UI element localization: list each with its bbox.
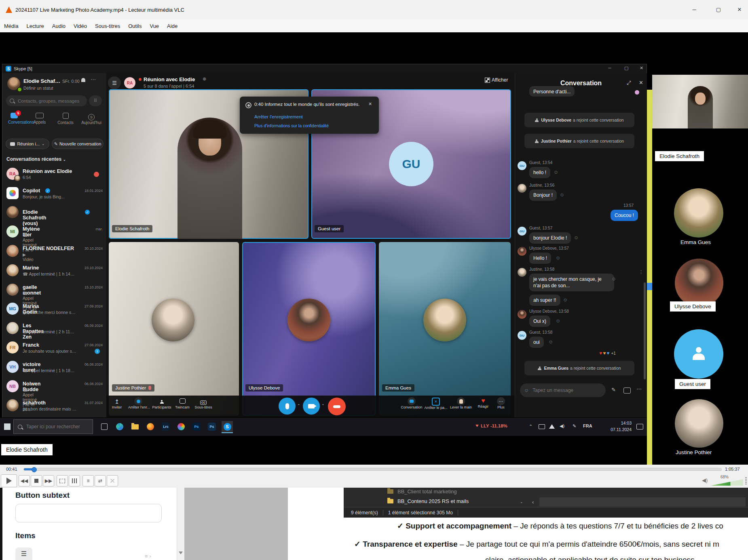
menu-vue[interactable]: Vue [146, 21, 163, 31]
new-conversation-button[interactable]: ✎ Nouvelle conversation [52, 139, 104, 149]
invite-button[interactable]: ↥Inviter [110, 398, 124, 409]
participant-thumb-guest[interactable] [674, 329, 723, 379]
reactions-summary[interactable]: ♥ ♥ ♥ +1 [599, 350, 616, 356]
pen-tray-icon[interactable]: ✎ [573, 423, 576, 429]
participant-thumb-ulysse[interactable] [675, 259, 723, 307]
notifications-icon[interactable] [636, 424, 643, 429]
skype-minimize-button[interactable]: ─ [608, 65, 611, 70]
conversation-row[interactable]: FR Franck Je souhaite vous ajouter sur..… [6, 341, 19, 354]
video-tile-ulysse[interactable]: Ulysse Debove [242, 242, 376, 416]
profile-balance[interactable]: SFr. 0.00 [62, 79, 80, 84]
scroll-down-icon[interactable] [179, 552, 183, 554]
conversation-row[interactable]: Copilot ✓ Bonjour, je suis Bing... 18.01… [6, 187, 19, 199]
conversation-row[interactable]: FLORINE NODELFER ▶ Vidéo 30.10.2024 [6, 245, 19, 257]
participant-thumb-justine[interactable] [675, 399, 723, 448]
play-button[interactable] [1, 474, 17, 487]
conversation-row[interactable]: MG Marina Godin Ça marche merci bonne so… [6, 303, 19, 315]
scrollbar[interactable] [177, 488, 184, 560]
stop-button[interactable] [31, 475, 42, 486]
chat-bubble[interactable]: bonjour Elodie ! [529, 232, 571, 244]
conversation-row[interactable]: RA Réunion avec Elodie 6:54 [6, 168, 19, 180]
camera-options-chevron[interactable]: ⌃ [321, 404, 325, 408]
raise-hand-button[interactable]: Lever la main [448, 397, 473, 409]
conversation-row[interactable]: MI Mylène Iller ☎ Appel terminé | 32 s m… [6, 225, 19, 238]
conversation-row[interactable]: VH victoire huret ☎ Appel terminé | 1 h … [6, 361, 19, 373]
stage-menu-button[interactable]: ☰ [108, 76, 121, 89]
add-people-icon[interactable]: ⊕ [203, 76, 206, 82]
video-tile-justine[interactable]: Justine Pothier [109, 242, 239, 416]
loop-button[interactable]: ⇄ [95, 475, 106, 486]
skype-taskbar-icon[interactable]: S [222, 421, 233, 433]
task-view-button[interactable] [99, 421, 110, 432]
button-subtext-input[interactable] [15, 504, 162, 522]
react-button[interactable]: ♥Réagir [474, 397, 492, 408]
profile-name[interactable]: Elodie Schafr... [23, 78, 61, 84]
conversation-row[interactable]: Les Papattes Zen ☎ Appel terminé | 2 h 1… [6, 322, 19, 334]
message-options-icon[interactable]: ⋮ [639, 269, 643, 275]
subtitles-button[interactable]: CCSous-titres [193, 398, 214, 409]
react-emoji-icon[interactable]: ☺ [548, 339, 553, 345]
skype-close-button[interactable]: ✕ [640, 65, 643, 71]
call-title[interactable]: Réunion avec Elodie [144, 76, 195, 82]
camera-button[interactable] [303, 398, 320, 415]
chat-bubble-own[interactable]: Coucou ! [611, 210, 638, 221]
privacy-link[interactable]: Plus d'informations sur la confidentiali… [254, 123, 329, 128]
playlist-button[interactable]: ≡ [82, 475, 94, 486]
conversation-row[interactable]: schafroth pas bon destinataire mais je..… [6, 399, 19, 411]
fullscreen-button[interactable] [57, 475, 68, 486]
vlc-close-button[interactable]: ✕ [733, 6, 746, 13]
message-text-input[interactable] [532, 387, 594, 394]
react-emoji-icon[interactable]: ☺ [611, 276, 616, 282]
tab-conversations[interactable]: 5 Conversations [8, 113, 20, 124]
media-icon[interactable] [623, 387, 631, 394]
bell-icon[interactable] [81, 78, 85, 82]
chat-scrollbar[interactable] [644, 282, 646, 379]
profile-more-icon[interactable]: ⋯ [91, 76, 96, 82]
conversation-row[interactable]: Elodie Schafroth (vous) ✓ [6, 206, 19, 218]
mic-button[interactable] [279, 398, 296, 415]
chat-bubble[interactable]: hello ! [529, 167, 550, 178]
volume-tray-icon[interactable]: ◀) [560, 423, 564, 429]
stop-recording-button[interactable]: Arrêter l'enr... [128, 397, 148, 409]
tree-item-selected[interactable]: BB_Contenu 2025 RS et mails [387, 498, 469, 504]
search-input[interactable] [17, 98, 83, 104]
conversation-row[interactable]: Marine ☎ Appel terminé | 1 h 14 m 5... 2… [6, 264, 19, 276]
conversation-row[interactable]: gaelle monnet ☎ Appel terminé | 1 h 18 m… [6, 284, 19, 296]
conversation-row[interactable]: NB Nolwen Budde ☎ Appel terminé | 52 m 2… [6, 380, 19, 392]
video-tile-emma[interactable]: Emma Gues [379, 242, 511, 416]
shuffle-button[interactable]: ⤫ [107, 475, 118, 486]
conversation-button[interactable]: Conversation [399, 397, 424, 409]
photoshop-icon[interactable]: Ps [191, 421, 202, 432]
taskbar-search-input[interactable] [25, 423, 88, 430]
participants-button[interactable]: Participants [150, 398, 173, 409]
tab-aujourdhui[interactable]: S Aujourd'hui [80, 113, 103, 125]
stop-recording-link[interactable]: Arrêter l'enregistrement [254, 114, 303, 119]
speaker-icon[interactable]: ◀) [702, 477, 708, 483]
photoshop2-icon[interactable]: Ps [206, 421, 218, 432]
back-icon[interactable]: ‹ [532, 499, 534, 505]
volume-slider[interactable] [711, 479, 743, 486]
menu-outils[interactable]: Outils [124, 21, 146, 31]
search-box[interactable] [6, 95, 87, 106]
twincam-button[interactable]: Twincam [173, 398, 192, 409]
lightroom-icon[interactable]: Lrc [160, 421, 171, 432]
tray-expand-icon[interactable]: ⌃ [529, 424, 532, 429]
emoji-icon[interactable]: ☺ [524, 387, 529, 393]
taskbar-search[interactable] [13, 419, 93, 434]
menu-lecture[interactable]: Lecture [22, 21, 48, 31]
react-emoji-icon[interactable]: ☺ [556, 318, 560, 324]
expand-chevron-icon[interactable]: ⌄ [520, 500, 523, 504]
profile-status[interactable]: Définir un statut [23, 86, 53, 91]
react-emoji-icon[interactable]: ☺ [574, 235, 579, 240]
network-tray-icon[interactable] [549, 424, 555, 429]
tab-appels[interactable]: Appels [32, 113, 48, 124]
meet-now-button[interactable]: Réunion i...⌄ [6, 139, 49, 149]
react-emoji-icon[interactable]: ☺ [556, 255, 560, 261]
seek-bar[interactable] [23, 468, 722, 471]
chat-bubble[interactable]: Bonjour ! [529, 189, 557, 201]
vlc-maximize-button[interactable]: ▢ [712, 6, 725, 13]
chat-bubble[interactable]: ah super !! [529, 295, 560, 306]
language-indicator[interactable]: FRA [583, 423, 592, 428]
input-more-icon[interactable]: ⋯ [636, 386, 642, 392]
address-bar[interactable] [539, 497, 746, 507]
